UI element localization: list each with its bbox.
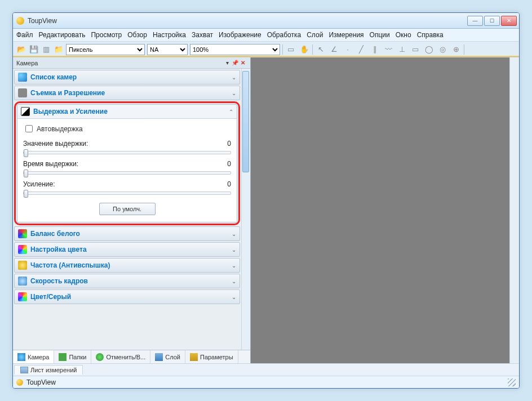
- section-title: Баланс белого: [30, 230, 228, 238]
- exposure-time-param: Время выдержки: 0: [23, 160, 231, 175]
- menu-capture[interactable]: Захват: [192, 31, 213, 39]
- panel-menu-icon[interactable]: ▾: [223, 60, 231, 66]
- slider-thumb[interactable]: [24, 149, 28, 157]
- toolbar-separator: [312, 44, 313, 55]
- polyline-tool-icon[interactable]: 〰: [383, 44, 394, 55]
- undo-icon: [96, 353, 104, 361]
- resize-grip-icon[interactable]: [508, 378, 516, 386]
- bulb-icon: [18, 261, 27, 270]
- slider-thumb[interactable]: [24, 190, 28, 198]
- panel-pin-icon[interactable]: 📌: [231, 60, 239, 66]
- save-icon[interactable]: 💾: [29, 44, 39, 55]
- tab-layer[interactable]: Слой: [150, 350, 185, 363]
- ring-tool-icon[interactable]: ◎: [437, 44, 448, 55]
- menu-window[interactable]: Окно: [396, 31, 411, 39]
- tab-camera[interactable]: Камера: [13, 350, 54, 363]
- angle-tool-icon[interactable]: ∠: [329, 44, 340, 55]
- sheet-icon: [20, 367, 28, 373]
- tab-folders[interactable]: Папки: [54, 350, 91, 363]
- browse-icon[interactable]: 📁: [54, 44, 64, 55]
- scrollbar-thumb[interactable]: [242, 71, 249, 172]
- section-frame-rate[interactable]: Скорость кадров ⌄: [14, 274, 240, 288]
- menu-help[interactable]: Справка: [417, 31, 444, 39]
- hand-icon[interactable]: ✋: [299, 44, 310, 55]
- layer-icon: [155, 353, 163, 361]
- menu-image[interactable]: Изображение: [219, 31, 261, 39]
- gain-slider[interactable]: [23, 191, 231, 195]
- minimize-button[interactable]: —: [467, 16, 483, 26]
- document-area: [251, 57, 519, 363]
- na-combo[interactable]: NA: [147, 44, 188, 55]
- white-balance-icon: [18, 229, 27, 238]
- close-button[interactable]: ✕: [501, 16, 517, 26]
- highlight-annotation: Выдержка и Усиление ⌃ Автовыдержка Значе…: [14, 101, 240, 225]
- color-gray-icon: [18, 292, 27, 301]
- menu-layer[interactable]: Слой: [307, 31, 323, 39]
- client-area: Камера ▾ 📌 ✕ Список камер ⌄: [13, 57, 519, 363]
- clock-icon: [18, 277, 27, 286]
- section-camera-list[interactable]: Список камер ⌄: [14, 70, 240, 84]
- section-frequency[interactable]: Частота (Антивспышка) ⌄: [14, 258, 240, 273]
- zoom-combo[interactable]: 100%: [190, 44, 280, 55]
- panel-title: Камера: [16, 60, 38, 66]
- ellipse-tool-icon[interactable]: ◯: [423, 44, 435, 55]
- menu-setup[interactable]: Настройка: [153, 31, 186, 39]
- menu-options[interactable]: Опции: [370, 31, 390, 39]
- chevron-down-icon: ⌄: [232, 294, 236, 300]
- section-color-adjust[interactable]: Настройка цвета ⌄: [14, 242, 240, 257]
- perp-tool-icon[interactable]: ⊥: [396, 44, 407, 55]
- toolbar-separator: [464, 44, 464, 55]
- title-bar: ToupView — ☐ ✕: [13, 13, 519, 29]
- tab-undo[interactable]: Отменить/В...: [91, 350, 150, 363]
- select-rect-icon[interactable]: ▭: [285, 44, 296, 55]
- menu-browse[interactable]: Обзор: [127, 31, 147, 39]
- status-app-icon: [16, 379, 23, 386]
- auto-exposure-checkbox[interactable]: Автовыдержка: [23, 123, 231, 134]
- toolbar-separator: [282, 44, 283, 55]
- gain-value: 0: [227, 180, 231, 188]
- exposure-time-label: Время выдержки:: [23, 160, 78, 168]
- maximize-button[interactable]: ☐: [484, 16, 500, 26]
- exposure-time-slider[interactable]: [23, 171, 231, 175]
- color-adjust-icon: [18, 245, 27, 254]
- menu-edit[interactable]: Редактировать: [39, 31, 86, 39]
- panel-header: Камера ▾ 📌 ✕: [13, 57, 250, 69]
- section-capture-resolution[interactable]: Съемка и Разрешение ⌄: [14, 86, 240, 100]
- menu-measure[interactable]: Измерения: [329, 31, 363, 39]
- defaults-button[interactable]: По умолч.: [99, 203, 156, 215]
- chevron-down-icon: ⌄: [232, 231, 236, 237]
- auto-exposure-input[interactable]: [25, 125, 33, 132]
- exposure-icon: [21, 107, 30, 116]
- capture-icon: [18, 88, 27, 97]
- rect-tool-icon[interactable]: ▭: [410, 44, 421, 55]
- parallel-tool-icon[interactable]: ∥: [369, 44, 380, 55]
- target-tool-icon[interactable]: ⊕: [450, 44, 462, 55]
- menu-view[interactable]: Просмотр: [91, 31, 122, 39]
- section-title: Частота (Антивспышка): [30, 261, 228, 269]
- exposure-target-slider[interactable]: [23, 151, 231, 154]
- chevron-down-icon: ⌄: [232, 247, 236, 253]
- exposure-time-value: 0: [227, 160, 231, 168]
- exposure-target-param: Значение выдержки: 0: [23, 140, 231, 154]
- arrow-tool-icon[interactable]: ↖: [315, 44, 326, 55]
- tab-label: Параметры: [200, 354, 233, 360]
- open-icon[interactable]: 📂: [16, 44, 26, 55]
- point-tool-icon[interactable]: ·: [342, 44, 353, 55]
- tab-params[interactable]: Параметры: [185, 350, 238, 363]
- gain-param: Усиление: 0: [23, 180, 231, 195]
- camera-icon: [17, 353, 25, 361]
- slider-thumb[interactable]: [24, 170, 28, 177]
- app-window: ToupView — ☐ ✕ Файл Редактировать Просмо…: [12, 12, 520, 389]
- measurement-sheet-tab[interactable]: Лист измерений: [14, 365, 83, 375]
- panel-close-icon[interactable]: ✕: [239, 60, 247, 66]
- auto-exposure-label: Автовыдержка: [37, 125, 83, 133]
- section-header[interactable]: Выдержка и Усиление ⌃: [17, 105, 237, 118]
- menu-process[interactable]: Обработка: [267, 31, 302, 39]
- print-icon[interactable]: ▥: [41, 44, 51, 55]
- unit-combo[interactable]: Пиксель: [66, 44, 145, 55]
- section-white-balance[interactable]: Баланс белого ⌄: [14, 226, 240, 241]
- section-color-gray[interactable]: Цвет/Серый ⌄: [14, 289, 240, 304]
- panel-scrollbar[interactable]: [241, 69, 250, 350]
- menu-file[interactable]: Файл: [16, 31, 33, 39]
- line-tool-icon[interactable]: ╱: [356, 44, 367, 55]
